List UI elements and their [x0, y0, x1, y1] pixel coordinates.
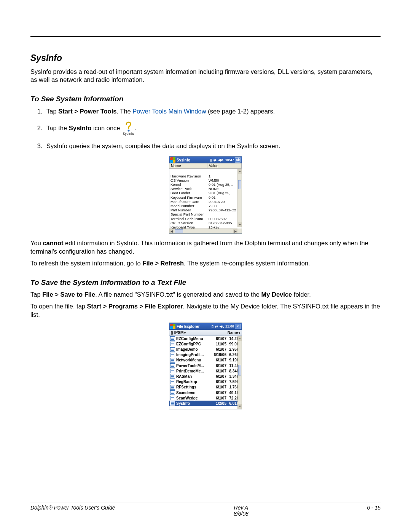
cell-value	[209, 212, 242, 216]
sysinfo-icon-label: SysInfo	[123, 132, 134, 136]
tray-icons: ▯ ⇄ ◀ξ 11:00	[212, 324, 234, 328]
file-name: RFSettings	[176, 385, 209, 389]
scroll-thumb-h[interactable]	[175, 229, 183, 233]
save-pre: Tap	[30, 291, 42, 298]
cell-value: 7900L0P-412-C2	[209, 208, 242, 212]
table-row[interactable]: -----------------------------	[170, 169, 242, 174]
step-3: SysInfo queries the system, compiles the…	[44, 142, 381, 150]
scroll-right-icon[interactable]: ▶	[233, 229, 237, 233]
start-icon[interactable]	[170, 157, 175, 163]
cannot-edit-text: You cannot edit information in SysInfo. …	[30, 239, 381, 256]
horizontal-scrollbar[interactable]: ◀▶	[169, 228, 237, 233]
scroll-down-icon[interactable]: ▼	[238, 404, 242, 409]
table-row[interactable]: Terminal Serial Num...000032592	[170, 217, 242, 221]
step2-bold: SysInfo	[69, 125, 92, 131]
footer-mid: Rev A 8/6/08	[234, 505, 249, 517]
file-icon	[170, 353, 175, 357]
folder-name: IPSM	[174, 331, 183, 335]
folder-dropdown[interactable]: ▯ IPSM▾	[171, 331, 186, 335]
subsection-save-file: To Save the System Information to a Text…	[30, 278, 381, 287]
list-item[interactable]: EZConfigPPC1/1/0599.0K	[169, 341, 242, 347]
table-row[interactable]: Boot Loader9.01 (Aug 25, ..	[170, 191, 242, 195]
cell-name: Keyboard Firmware	[170, 195, 209, 200]
table-row[interactable]: Special Part Number	[170, 212, 242, 216]
fe-subheader: ▯ IPSM▾ Name▾	[169, 330, 242, 336]
file-icon	[170, 385, 175, 390]
cell-name: Special Part Number	[170, 212, 209, 216]
sort-dropdown[interactable]: Name▾	[228, 331, 240, 335]
footer-right: 6 - 15	[367, 505, 381, 517]
table-row[interactable]: Hardware Revision1	[170, 174, 242, 178]
list-item[interactable]: ImageDemo6/1/072.95K	[169, 347, 242, 352]
step1-pre: Tap	[46, 108, 58, 115]
file-explorer-screenshot: File Explorer ▯ ⇄ ◀ξ 11:00 × ▯ IPSM▾ Nam…	[169, 323, 242, 409]
scroll-corner	[237, 228, 242, 233]
list-item[interactable]: RASMan6/1/073.34K	[169, 374, 242, 379]
step-2: Tap the SysInfo icon once SysInfo .	[44, 121, 381, 136]
file-date: 6/1/07	[209, 385, 226, 389]
section-title: SysInfo	[30, 53, 381, 63]
file-date: 6/1/07	[209, 396, 226, 400]
sysinfo-titlebar: SysInfo ▯ ⇄ ◀✕ 10:47 ok	[169, 157, 242, 163]
table-row[interactable]: CPLD Version31205342-005	[170, 221, 242, 225]
file-icon	[170, 363, 175, 368]
intro-text: SysInfo provides a read-out of important…	[30, 68, 381, 84]
file-date: 1/1/05	[209, 342, 226, 346]
col-name[interactable]: Name	[169, 163, 207, 168]
cell-value: NONE	[209, 187, 242, 191]
file-name: ImageDemo	[176, 347, 209, 351]
list-item[interactable]: EZConfigMenu6/1/0714.2K	[169, 336, 242, 341]
step2-period: .	[135, 125, 137, 131]
table-row[interactable]: Model Number7900	[170, 204, 242, 208]
file-name: PrintDemoMe...	[176, 369, 209, 373]
list-item[interactable]: RegBackup6/1/077.59K	[169, 379, 242, 385]
table-row[interactable]: Keyboard Firmware9.01	[170, 195, 242, 200]
scroll-up-icon[interactable]: ▲	[238, 169, 242, 174]
sysinfo-column-headers: Name Value	[169, 163, 242, 169]
sysinfo-window-title: SysInfo	[177, 158, 190, 162]
close-button[interactable]: ×	[235, 324, 241, 329]
ok-button[interactable]: ok	[235, 157, 241, 163]
list-item[interactable]: NetworkMenu6/1/079.19K	[169, 358, 242, 363]
scroll-down-icon[interactable]: ▼	[238, 222, 242, 227]
table-row[interactable]: Part Number7900L0P-412-C2	[170, 208, 242, 212]
list-item[interactable]: ImagingProfil...6/19/066.26K	[169, 352, 242, 358]
connectivity-icon: ⇄	[213, 158, 217, 162]
list-item[interactable]: PowerToolsM...6/1/0711.4K	[169, 363, 242, 368]
refresh-text: To refresh the system information, go to…	[30, 259, 381, 267]
table-row[interactable]: Manufacture Date20040720	[170, 200, 242, 204]
cell-name: Service Pack	[170, 187, 209, 191]
list-item[interactable]: RFSettings6/1/071.76K	[169, 385, 242, 390]
scroll-left-icon[interactable]: ◀	[169, 229, 174, 233]
vertical-scrollbar[interactable]: ▲▼	[237, 169, 242, 227]
cell-value: 31205342-005	[209, 221, 242, 225]
list-item[interactable]: PrintDemoMe...6/1/078.34K	[169, 368, 242, 374]
cell-value: 7900	[209, 204, 242, 208]
list-item[interactable]: ScanWedge6/1/0772.2K	[169, 395, 242, 401]
cell-name: Manufacture Date	[170, 200, 209, 204]
scroll-up-icon[interactable]: ▲	[238, 336, 242, 341]
refresh-bold: File > Refresh	[142, 260, 184, 267]
scroll-thumb[interactable]	[238, 180, 241, 189]
scroll-thumb[interactable]	[238, 365, 241, 375]
power-tools-link[interactable]: Power Tools Main Window	[132, 108, 206, 115]
file-name: SysInfo	[176, 401, 209, 406]
top-rule	[30, 36, 381, 37]
list-item[interactable]: SysInfo1/2/056.01K	[169, 401, 242, 406]
col-value[interactable]: Value	[207, 163, 242, 168]
start-icon[interactable]	[170, 324, 175, 329]
list-item[interactable]: Scandemo6/1/0749.1K	[169, 390, 242, 395]
file-name: RegBackup	[176, 380, 209, 384]
cannot-post: edit information in SysInfo. This inform…	[30, 240, 368, 254]
steps-list: Tap Start > Power Tools. The Power Tools…	[30, 107, 381, 150]
cell-name: -----------------------------	[170, 169, 209, 174]
vertical-scrollbar[interactable]: ▲▼	[237, 336, 242, 409]
cell-value: 20040720	[209, 200, 242, 204]
chevron-down-icon: ▾	[184, 331, 186, 335]
table-row[interactable]: Service PackNONE	[170, 187, 242, 191]
save-b1: File > Save to File	[42, 291, 95, 298]
table-row[interactable]: Kernel9.01 (Aug 25, ..	[170, 182, 242, 187]
battery-icon: ▯	[210, 158, 212, 162]
file-date: 1/2/05	[209, 401, 226, 406]
table-row[interactable]: OS VersionWM50	[170, 178, 242, 182]
